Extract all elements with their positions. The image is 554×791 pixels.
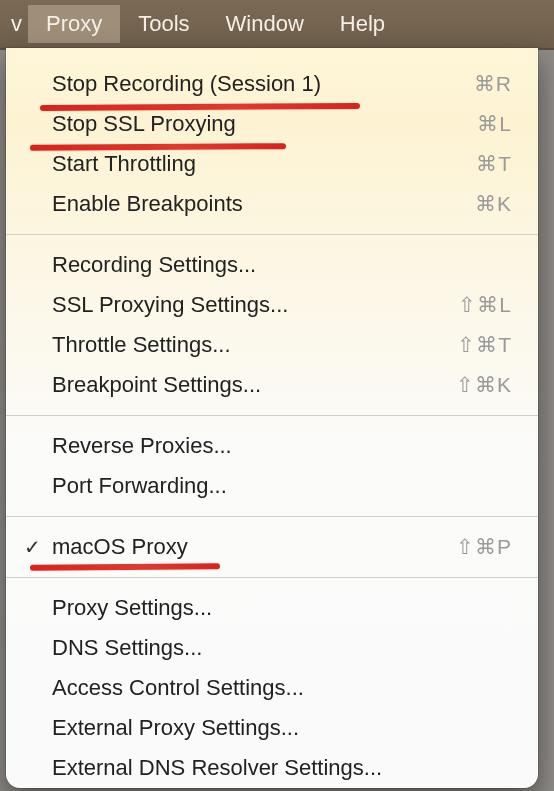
menu-item-shortcut: ⌘L (477, 112, 512, 136)
menu-item[interactable]: Breakpoint Settings...⇧⌘K (6, 365, 538, 405)
menubar-item-window[interactable]: Window (208, 5, 322, 43)
menu-item-label: Throttle Settings... (52, 332, 457, 358)
menu-separator (6, 234, 538, 235)
menu-item-label: Recording Settings... (52, 252, 512, 278)
menubar-item-tools[interactable]: Tools (120, 5, 207, 43)
menu-item-label: Stop SSL Proxying (52, 111, 477, 137)
menubar-prev-cut: v (0, 5, 28, 43)
menu-separator (6, 415, 538, 416)
menubar: v Proxy Tools Window Help (0, 0, 554, 50)
menu-item-label: Enable Breakpoints (52, 191, 475, 217)
menu-separator (6, 516, 538, 517)
menu-item-shortcut: ⌘K (475, 192, 512, 216)
menu-item-label: macOS Proxy (52, 534, 456, 560)
menu-item-shortcut: ⌘R (474, 72, 512, 96)
menu-item-shortcut: ⇧⌘T (457, 333, 512, 357)
proxy-dropdown: Stop Recording (Session 1)⌘RStop SSL Pro… (6, 48, 538, 788)
menu-item-label: External DNS Resolver Settings... (52, 755, 512, 781)
menu-item-label: Proxy Settings... (52, 595, 512, 621)
menu-item[interactable]: ✓macOS Proxy⇧⌘P (6, 527, 538, 567)
menu-item[interactable]: SSL Proxying Settings...⇧⌘L (6, 285, 538, 325)
menubar-item-help[interactable]: Help (322, 5, 403, 43)
menu-item[interactable]: External DNS Resolver Settings... (6, 748, 538, 788)
menu-item[interactable]: Stop SSL Proxying⌘L (6, 104, 538, 144)
menu-item[interactable]: DNS Settings... (6, 628, 538, 668)
menu-item-label: Reverse Proxies... (52, 433, 512, 459)
menu-item[interactable]: Start Throttling⌘T (6, 144, 538, 184)
menu-item-label: Stop Recording (Session 1) (52, 71, 474, 97)
menu-item-label: Start Throttling (52, 151, 476, 177)
menu-item-label: SSL Proxying Settings... (52, 292, 458, 318)
menu-item[interactable]: Port Forwarding... (6, 466, 538, 506)
menu-item[interactable]: Access Control Settings... (6, 668, 538, 708)
menu-item-shortcut: ⇧⌘L (458, 293, 512, 317)
menu-item-shortcut: ⌘T (476, 152, 512, 176)
menu-item[interactable]: External Proxy Settings... (6, 708, 538, 748)
menu-item[interactable]: Stop Recording (Session 1)⌘R (6, 64, 538, 104)
menu-item[interactable]: Reverse Proxies... (6, 426, 538, 466)
menu-item-shortcut: ⇧⌘P (456, 535, 512, 559)
menu-item-label: DNS Settings... (52, 635, 512, 661)
menubar-item-proxy[interactable]: Proxy (28, 5, 120, 43)
check-icon: ✓ (24, 535, 52, 559)
menu-item-label: Breakpoint Settings... (52, 372, 456, 398)
menu-item[interactable]: Enable Breakpoints⌘K (6, 184, 538, 224)
menu-item[interactable]: Throttle Settings...⇧⌘T (6, 325, 538, 365)
menu-separator (6, 577, 538, 578)
menu-item[interactable]: Proxy Settings... (6, 588, 538, 628)
menu-item-label: Access Control Settings... (52, 675, 512, 701)
menu-item-shortcut: ⇧⌘K (456, 373, 512, 397)
menu-item-label: External Proxy Settings... (52, 715, 512, 741)
menu-item[interactable]: Recording Settings... (6, 245, 538, 285)
menu-item-label: Port Forwarding... (52, 473, 512, 499)
